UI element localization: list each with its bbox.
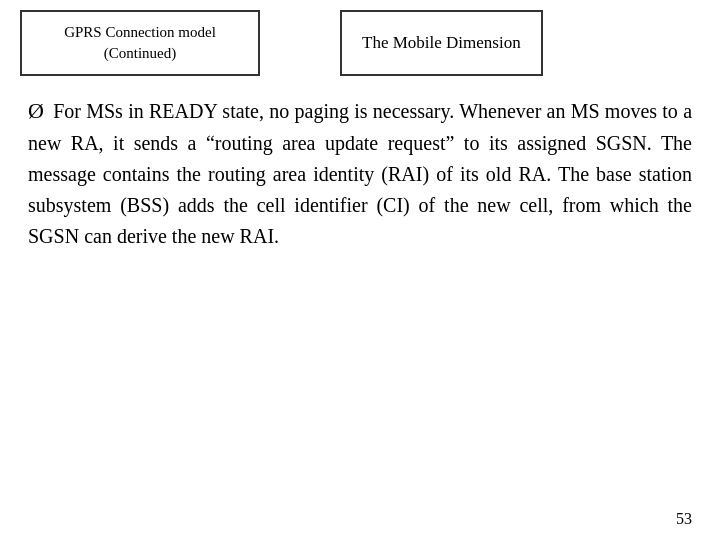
- header: GPRS Connection model (Continued) The Mo…: [0, 0, 720, 76]
- header-left-title: GPRS Connection model: [64, 24, 216, 40]
- header-left-subtitle: (Continued): [104, 45, 177, 61]
- page-number: 53: [676, 510, 692, 528]
- header-left-box: GPRS Connection model (Continued): [20, 10, 260, 76]
- bullet-symbol: Ø: [28, 98, 44, 123]
- body-text: For MSs in READY state, no paging is nec…: [28, 100, 692, 247]
- header-right-box: The Mobile Dimension: [340, 10, 543, 76]
- main-content: Ø For MSs in READY state, no paging is n…: [0, 76, 720, 262]
- header-right-title: The Mobile Dimension: [362, 33, 521, 53]
- body-paragraph: Ø For MSs in READY state, no paging is n…: [28, 94, 692, 252]
